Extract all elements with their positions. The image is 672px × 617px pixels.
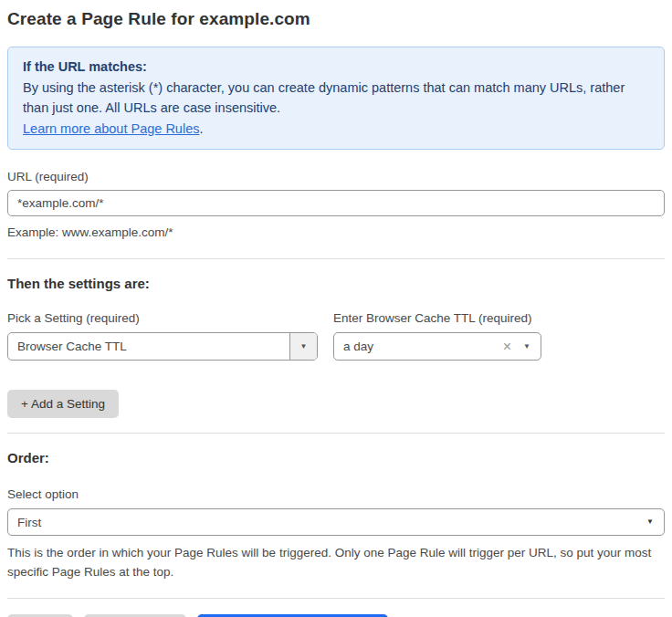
order-help-text: This is the order in which your Page Rul… (7, 543, 665, 581)
page-title: Create a Page Rule for example.com (7, 5, 665, 29)
url-input[interactable] (7, 190, 665, 216)
info-box-body: By using the asterisk (*) character, you… (23, 78, 649, 119)
ttl-select[interactable]: a day × ▼ (333, 332, 541, 361)
ttl-column: Enter Browser Cache TTL (required) a day… (333, 291, 541, 361)
order-select-value: First (8, 516, 646, 529)
settings-row: Pick a Setting (required) Browser Cache … (7, 291, 665, 361)
settings-section-heading: Then the settings are: (7, 276, 665, 291)
url-field-label: URL (required) (7, 170, 665, 183)
section-divider (7, 258, 665, 259)
order-select-label: Select option (7, 487, 665, 501)
info-box-link-line: Learn more about Page Rules. (23, 119, 649, 140)
ttl-label: Enter Browser Cache TTL (required) (333, 311, 541, 325)
link-suffix: . (199, 121, 203, 136)
chevron-down-icon: ▼ (523, 343, 541, 350)
chevron-down-icon: ▼ (646, 518, 664, 526)
pick-setting-arrow-segment[interactable]: ▼ (289, 333, 317, 360)
pick-setting-select[interactable]: Browser Cache TTL ▼ (7, 332, 318, 361)
info-box-heading: If the URL matches: (23, 57, 649, 78)
order-section-heading: Order: (7, 450, 665, 465)
clear-selection-icon[interactable]: × (503, 340, 523, 354)
url-match-info-box: If the URL matches: By using the asteris… (7, 47, 665, 150)
url-example-text: Example: www.example.com/* (7, 223, 665, 242)
order-select[interactable]: First ▼ (7, 508, 665, 536)
pick-setting-label: Pick a Setting (required) (7, 311, 318, 325)
learn-more-link[interactable]: Learn more about Page Rules (23, 121, 199, 136)
add-setting-button[interactable]: + Add a Setting (7, 390, 119, 418)
ttl-value: a day (334, 340, 503, 353)
create-page-rule-form: Create a Page Rule for example.com If th… (0, 0, 672, 617)
footer-divider (7, 598, 665, 599)
pick-setting-value: Browser Cache TTL (8, 340, 289, 353)
section-divider (7, 433, 665, 434)
pick-setting-column: Pick a Setting (required) Browser Cache … (7, 291, 318, 361)
chevron-down-icon: ▼ (300, 343, 308, 350)
